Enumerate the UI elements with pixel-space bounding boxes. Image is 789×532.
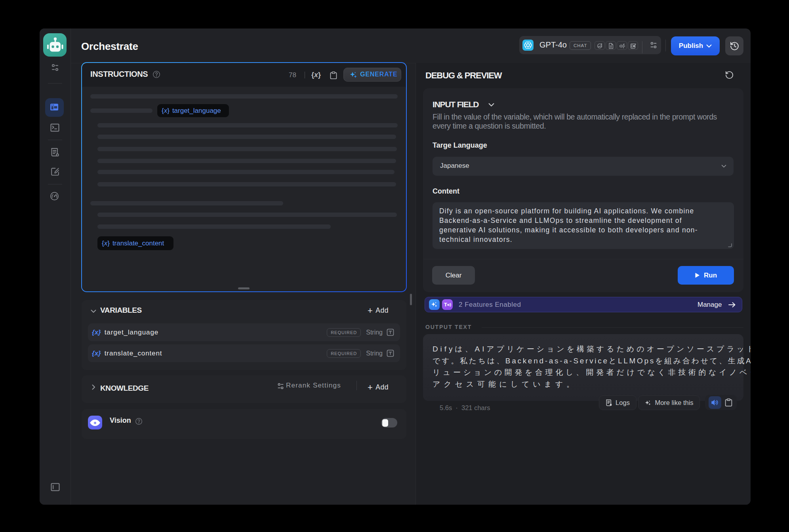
svg-text:T: T: [444, 302, 447, 308]
